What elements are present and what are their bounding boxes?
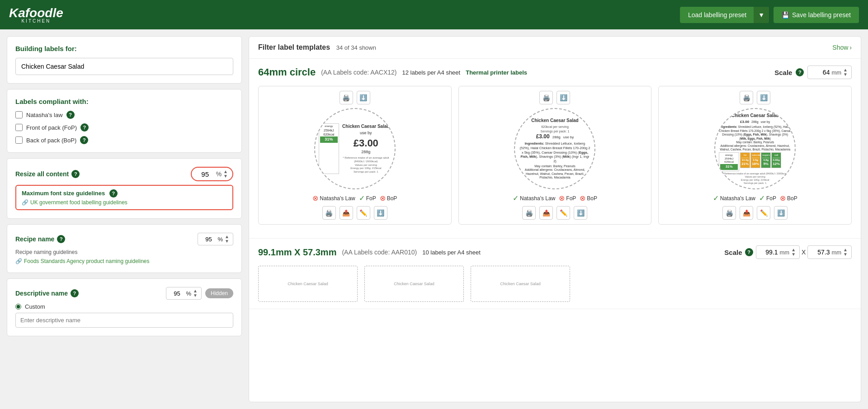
- recipe-name-input-group: % ▲ ▼: [198, 233, 233, 245]
- section-name-64mm: 64mm circle: [258, 66, 316, 78]
- font-guideline-help-icon[interactable]: ?: [109, 189, 118, 197]
- label-2-print-btn[interactable]: 🖨️: [539, 91, 553, 104]
- label-3-preview: Chicken Caesar Salad £3.00 288g use by I…: [714, 108, 796, 189]
- save-preset-button[interactable]: 💾 Save labelling preset: [774, 7, 859, 23]
- label-1-print-btn-2[interactable]: 🖨️: [322, 206, 336, 220]
- label-2-edit-btn[interactable]: ✏️: [557, 206, 570, 220]
- section-title-group-64mm: 64mm circle (AA Labels code: AACX12) 12 …: [258, 66, 527, 78]
- label-2-share-btn[interactable]: 📤: [539, 206, 553, 220]
- label-1-edit-btn[interactable]: ✏️: [357, 206, 370, 220]
- descriptive-input[interactable]: [170, 290, 184, 297]
- label-3-product: Chicken Caesar Salad: [719, 113, 791, 118]
- scale-help-icon-64mm[interactable]: ?: [796, 68, 804, 76]
- label-3-bop-label: BoP: [787, 195, 797, 202]
- label-2-weight: 288g: [552, 135, 561, 139]
- scale-unit-64mm: mm: [831, 69, 841, 76]
- main-layout: Building labels for: Labels compliant wi…: [0, 29, 868, 409]
- label-2-preview: Chicken Caesar Salad 620kcal per serving…: [514, 108, 595, 189]
- filter-bar: Filter label templates 34 of 34 shown Sh…: [249, 37, 861, 59]
- descriptive-name-row: Descriptive name ? % ▲ ▼ Hidden: [15, 287, 233, 300]
- natashas-law-help-icon[interactable]: ?: [66, 111, 75, 119]
- label-2-content: Chicken Caesar Salad 620kcal per serving…: [515, 113, 594, 184]
- resize-card: Resize all content ? % ▲ ▼ Maximum font …: [7, 158, 242, 219]
- resize-input[interactable]: [196, 170, 214, 178]
- natashas-law-checkbox[interactable]: [15, 111, 23, 118]
- recipe-name-spinner[interactable]: ▲ ▼: [225, 235, 229, 244]
- resize-unit: %: [216, 170, 222, 178]
- bop-help-icon[interactable]: ?: [80, 136, 88, 144]
- compliance-bop: Back of pack (BoP) ?: [15, 136, 233, 144]
- section-code-64mm: (AA Labels code: AACX12): [321, 69, 396, 76]
- recipe-name-input[interactable]: [202, 236, 216, 243]
- scale-spinner-64mm[interactable]: ▲ ▼: [843, 68, 848, 77]
- section-99mm: 99.1mm X 57.3mm (AA Labels code: AAR010)…: [249, 239, 861, 309]
- descriptive-name-card: Descriptive name ? % ▲ ▼ Hidden: [7, 278, 242, 336]
- right-panel: Filter label templates 34 of 34 shown Sh…: [249, 36, 861, 402]
- scale-help-icon-99mm[interactable]: ?: [745, 248, 753, 256]
- scale-h-spinner[interactable]: ▲ ▼: [843, 248, 848, 257]
- label-2-download-btn[interactable]: ⬇️: [557, 91, 570, 104]
- resize-help-icon[interactable]: ?: [71, 170, 80, 178]
- scale-w-spinner[interactable]: ▲ ▼: [791, 248, 796, 257]
- descriptive-down[interactable]: ▼: [193, 293, 198, 298]
- label-3-download-btn[interactable]: ⬇️: [757, 91, 770, 104]
- label-2-download-btn-2[interactable]: ⬇️: [574, 206, 587, 220]
- scale-down-64mm[interactable]: ▼: [843, 72, 848, 77]
- label-3-download-btn-2[interactable]: ⬇️: [774, 206, 788, 220]
- load-preset-button[interactable]: Load labelling preset ▼: [680, 7, 769, 23]
- label-2-print-btn-2[interactable]: 🖨️: [522, 206, 536, 220]
- label-3-servings-pack: Servings per pack: 1: [719, 182, 791, 185]
- label-2-fop-label: FoP: [566, 195, 576, 202]
- label-2-bop-icon: ⊗: [580, 194, 585, 202]
- font-guideline-link[interactable]: 🔗 UK government food labelling guideline…: [22, 199, 227, 206]
- label-1-bop-icon: ⊗: [380, 194, 386, 202]
- descriptive-name-text-input[interactable]: [15, 313, 233, 328]
- label-1-share-btn[interactable]: 📤: [340, 206, 353, 220]
- label-2-bottom-actions: 🖨️ 📤 ✏️ ⬇️: [463, 206, 647, 220]
- label-1-bop: ⊗ BoP: [380, 194, 397, 202]
- fop-help-icon[interactable]: ?: [80, 123, 89, 132]
- recipe-name-label: Recipe name: [15, 235, 54, 243]
- fop-checkbox[interactable]: [15, 124, 23, 131]
- label-3-share-btn[interactable]: 📤: [740, 206, 753, 220]
- label-3-print-btn-2[interactable]: 🖨️: [722, 206, 736, 220]
- descriptive-hidden-toggle[interactable]: Hidden: [205, 288, 233, 298]
- scale-h-down[interactable]: ▼: [843, 252, 848, 257]
- descriptive-spinner[interactable]: ▲ ▼: [193, 289, 198, 298]
- section-header-64mm: 64mm circle (AA Labels code: AACX12) 12 …: [258, 66, 852, 79]
- label-3-weight: 288g: [751, 120, 759, 123]
- label-1-print-btn[interactable]: 🖨️: [340, 91, 353, 104]
- scale-w-down[interactable]: ▼: [791, 252, 796, 257]
- bop-checkbox[interactable]: [15, 136, 23, 144]
- load-preset-dropdown-arrow[interactable]: ▼: [754, 7, 769, 23]
- label-3-fop-icon: ✓: [759, 194, 765, 202]
- label-2-ingredients: Ingredients: Shredded Lettuce, Iceberg (…: [519, 141, 590, 164]
- label-1-download-btn[interactable]: ⬇️: [357, 91, 370, 104]
- show-link[interactable]: Show ›: [832, 44, 852, 51]
- label-3-edit-btn[interactable]: ✏️: [757, 206, 770, 220]
- label-1-download-btn-2[interactable]: ⬇️: [374, 206, 387, 220]
- label-3-price: £3.00: [740, 120, 749, 124]
- scale-h-unit: mm: [831, 249, 841, 256]
- scale-w-input[interactable]: [760, 249, 778, 256]
- label-1-bottom-actions: 🖨️ 📤 ✏️ ⬇️: [263, 206, 447, 220]
- scale-value-input-64mm[interactable]: [811, 69, 830, 76]
- recipe-name-help-icon[interactable]: ?: [57, 235, 65, 243]
- scale-w-unit: mm: [780, 249, 790, 256]
- recipe-name-down[interactable]: ▼: [225, 239, 229, 244]
- compliance-natashas-law: Natasha's law ?: [15, 111, 233, 119]
- label-1-fop-label: FoP: [366, 195, 376, 202]
- label-1-fop-icon: ✓: [359, 194, 365, 202]
- scale-h-input[interactable]: [811, 249, 830, 256]
- label-99mm-placeholder-2: Chicken Caesar Salad: [364, 266, 464, 302]
- label-3-natashas-label: Natasha's Law: [720, 195, 755, 202]
- building-labels-input[interactable]: [15, 58, 233, 75]
- descriptive-custom-radio[interactable]: [15, 304, 21, 310]
- recipe-naming-link[interactable]: 🔗 Foods Standards Agency product naming …: [15, 258, 233, 264]
- label-3-print-btn[interactable]: 🖨️: [740, 91, 753, 104]
- descriptive-name-help-icon[interactable]: ?: [71, 289, 79, 297]
- resize-spinner[interactable]: ▲ ▼: [223, 169, 228, 179]
- resize-down[interactable]: ▼: [223, 174, 228, 179]
- logo: KafoodleKITCHEN: [9, 6, 63, 24]
- label-card-1: 🖨️ ⬇️ energy 2594kJ 620kcal 31%: [258, 86, 452, 225]
